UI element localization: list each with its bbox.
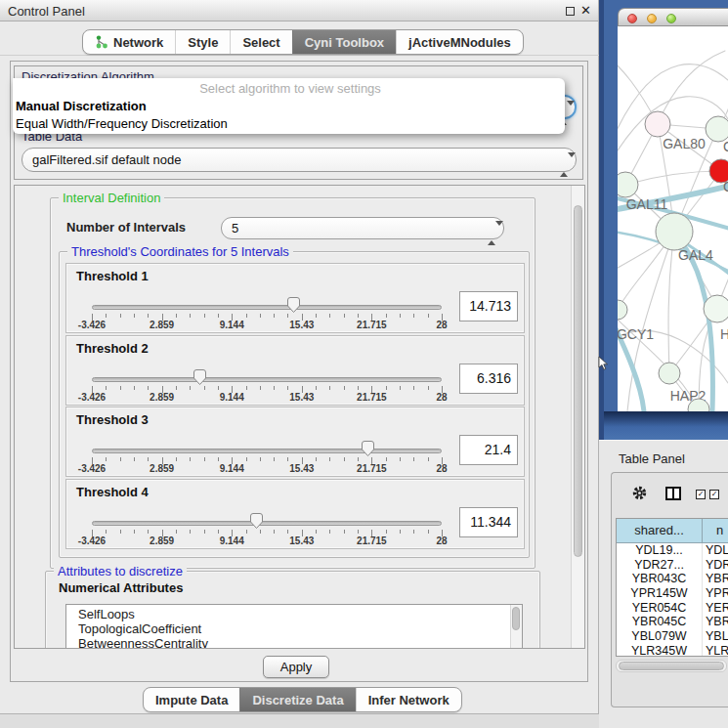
table-row[interactable]: YPR145WYPR1 — [617, 586, 728, 601]
table-row[interactable]: YDL19...YDL1 — [617, 543, 728, 558]
tab-label: Impute Data — [155, 693, 228, 707]
tick-mark — [190, 314, 191, 318]
apply-button[interactable]: Apply — [263, 656, 329, 678]
column-header[interactable]: n — [703, 519, 728, 543]
tick-mark — [120, 530, 121, 534]
checkbox-icon[interactable]: ✓ — [696, 490, 706, 499]
tick-label: 9.144 — [220, 392, 244, 403]
table-row[interactable]: YBL079WYBL0 — [617, 629, 728, 644]
checkbox-icon[interactable]: ✓ — [709, 490, 719, 499]
algorithm-option-equal-width[interactable]: Equal Width/Frequency Discretization — [13, 115, 565, 133]
numerical-attributes-list[interactable]: SelfLoopsTopologicalCoefficientBetweenne… — [65, 604, 523, 649]
attribute-item[interactable]: TopologicalCoefficient — [78, 621, 522, 636]
table-cell[interactable]: YBL0 — [703, 629, 728, 644]
tick-mark — [344, 314, 345, 318]
tick-mark — [218, 314, 219, 318]
table-header: shared...n — [617, 519, 728, 543]
threshold-slider-thumb[interactable] — [361, 440, 375, 457]
number-of-intervals-select[interactable]: 5 — [221, 217, 504, 239]
table-cell[interactable]: YBR0 — [703, 572, 728, 586]
network-node[interactable] — [659, 363, 680, 384]
tab-impute-data[interactable]: Impute Data — [144, 688, 239, 711]
tick-mark — [218, 530, 219, 534]
tick-mark — [428, 386, 429, 390]
table-cell[interactable]: YBR0 — [703, 615, 728, 629]
threshold-slider-track[interactable] — [92, 449, 442, 453]
attribute-item[interactable]: SelfLoops — [78, 607, 522, 621]
table-row[interactable]: YER054CYER0 — [617, 601, 728, 616]
threshold-slider-track[interactable] — [92, 377, 442, 382]
node-table: shared...n YDL19...YDL1YDR27...YDR2YBR04… — [616, 518, 728, 657]
split-columns-icon[interactable] — [665, 487, 681, 500]
top-tabbar: NetworkStyleSelectCyni ToolboxjActiveMNo… — [82, 29, 524, 55]
tab-select[interactable]: Select — [230, 30, 291, 54]
table-row[interactable]: YLR345WYLR3 — [617, 644, 728, 657]
attribute-item[interactable]: BetweennessCentrality — [78, 636, 522, 649]
table-cell[interactable]: YER054C — [617, 601, 703, 616]
network-canvas[interactable]: GAL80GACGAL11GAL4GCY1HHAP2 — [618, 26, 728, 411]
table-cell[interactable]: YBL079W — [617, 629, 703, 644]
attributes-scrollbar-thumb[interactable] — [512, 607, 520, 630]
tab-label: jActiveMNodules — [408, 35, 511, 50]
table-cell[interactable]: YLR345W — [617, 644, 703, 657]
tab-jactivemnodules[interactable]: jActiveMNodules — [396, 30, 523, 54]
network-node[interactable] — [618, 300, 627, 320]
table-cell[interactable]: YDL19... — [617, 543, 703, 558]
tick-label: 9.144 — [220, 463, 244, 474]
threshold-slider-track[interactable] — [92, 305, 442, 310]
threshold-slider-thumb[interactable] — [193, 368, 207, 386]
network-node[interactable] — [656, 213, 693, 250]
zoom-button-icon[interactable] — [666, 14, 676, 23]
table-row[interactable]: YDR27...YDR2 — [617, 558, 728, 573]
algorithm-option-manual[interactable]: Manual Discretization — [13, 98, 565, 115]
table-cell[interactable]: YDR27... — [617, 558, 703, 573]
threshold-slider-track[interactable] — [92, 521, 442, 526]
column-header[interactable]: shared... — [617, 519, 703, 543]
table-hscrollbar-thumb[interactable] — [619, 662, 724, 670]
node-label: C — [723, 179, 728, 194]
close-icon[interactable]: ✕ — [580, 3, 591, 18]
table-data-select[interactable]: galFiltered.sif default node — [21, 148, 577, 172]
network-node[interactable] — [704, 295, 728, 322]
network-node[interactable] — [645, 111, 670, 137]
tab-cyni-toolbox[interactable]: Cyni Toolbox — [292, 30, 396, 54]
threshold-slider-thumb[interactable] — [286, 296, 301, 314]
table-cell[interactable]: YBR045C — [617, 615, 703, 629]
tick-mark — [400, 386, 401, 390]
settings-scrollbar-thumb[interactable] — [574, 205, 582, 557]
network-window-titlebar[interactable] — [618, 8, 728, 26]
tab-style[interactable]: Style — [175, 30, 230, 54]
table-cell[interactable]: YPR1 — [703, 586, 728, 601]
window-frame-bottom — [604, 411, 728, 440]
gear-icon[interactable] — [631, 485, 648, 501]
table-cell[interactable]: YBR043C — [617, 572, 703, 586]
threshold-slider-thumb[interactable] — [249, 512, 264, 530]
float-window-icon[interactable] — [566, 7, 575, 16]
attributes-scrollbar[interactable] — [510, 605, 522, 649]
table-row[interactable]: YBR045CYBR0 — [617, 615, 728, 629]
minimize-button-icon[interactable] — [647, 14, 657, 23]
network-node[interactable] — [618, 172, 638, 197]
table-cell[interactable]: YDL1 — [703, 543, 728, 558]
tick-label: -3.426 — [78, 392, 106, 403]
settings-scrollbar[interactable] — [571, 186, 584, 648]
tick-mark — [134, 530, 135, 534]
table-cell[interactable]: YLR3 — [703, 644, 728, 657]
table-cell[interactable]: YDR2 — [703, 558, 728, 573]
threshold-value-field[interactable]: 6.316 — [459, 364, 518, 394]
threshold-value-field[interactable]: 11.344 — [459, 507, 518, 537]
close-button-icon[interactable] — [627, 14, 637, 23]
threshold-value-field[interactable]: 21.4 — [459, 435, 518, 465]
table-cell[interactable]: YPR145W — [617, 586, 703, 601]
threshold-value-field[interactable]: 14.713 — [459, 291, 518, 321]
network-graph: GAL80GACGAL11GAL4GCY1HHAP2 — [618, 26, 728, 411]
slider-tick-labels: -3.4262.8599.14415.4321.71528 — [92, 320, 442, 331]
algorithm-prompt: Select algorithm to view settings — [13, 80, 565, 98]
table-row[interactable]: YBR043CYBR0 — [617, 572, 728, 586]
table-cell[interactable]: YER0 — [703, 601, 728, 616]
tab-network[interactable]: Network — [83, 30, 175, 54]
tick-mark — [120, 314, 121, 318]
table-hscrollbar[interactable] — [616, 660, 727, 672]
tab-infer-network[interactable]: Infer Network — [356, 688, 461, 711]
tab-discretize-data[interactable]: Discretize Data — [239, 688, 355, 711]
